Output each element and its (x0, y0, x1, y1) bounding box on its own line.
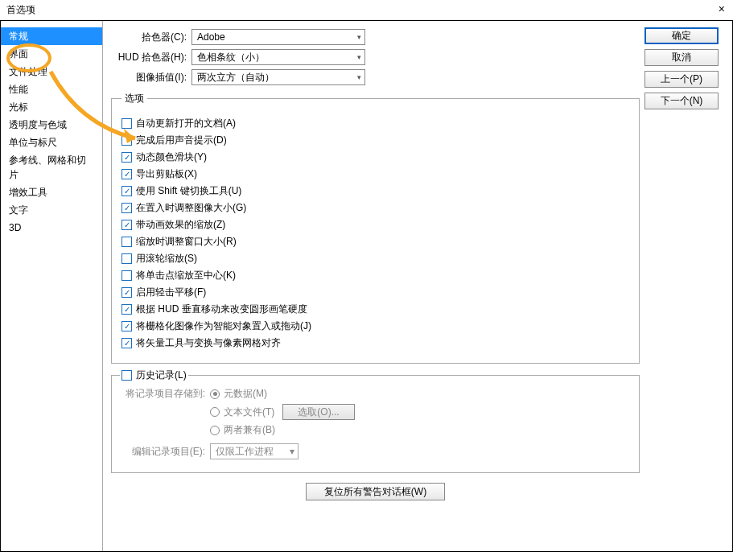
history-group: 历史记录(L) 将记录项目存储到: 元数据(M) 文本文件(T) 选取(O)..… (111, 375, 640, 473)
option-label: 根据 HUD 垂直移动来改变圆形画笔硬度 (136, 303, 307, 316)
option-checkbox[interactable] (121, 338, 132, 348)
options-legend: 选项 (121, 92, 147, 105)
option-checkbox[interactable] (121, 152, 132, 163)
option-label: 启用轻击平移(F) (136, 286, 206, 299)
dialog-buttons: 确定 取消 上一个(P) 下一个(N) (644, 21, 733, 551)
option-label: 自动更新打开的文档(A) (136, 117, 236, 130)
sidebar-item-plugins[interactable]: 增效工具 (1, 183, 102, 201)
color-picker-select[interactable]: Adobe ▾ (191, 29, 365, 45)
option-label: 在置入时调整图像大小(G) (136, 201, 246, 215)
option-label: 导出剪贴板(X) (136, 167, 197, 181)
interpolation-value: 两次立方（自动） (197, 71, 274, 84)
history-edit-label: 编辑记录项目(E): (121, 445, 205, 459)
option-row: 导出剪贴板(X) (121, 167, 629, 181)
history-checkbox[interactable] (121, 370, 132, 381)
option-label: 完成后用声音提示(D) (136, 134, 227, 147)
option-label: 用滚轮缩放(S) (136, 252, 197, 266)
chevron-down-icon: ▾ (357, 53, 361, 61)
sidebar-item-transparency[interactable]: 透明度与色域 (1, 116, 102, 134)
option-checkbox[interactable] (121, 118, 132, 129)
sidebar-item-units[interactable]: 单位与标尺 (1, 134, 102, 151)
chevron-down-icon: ▾ (357, 73, 361, 81)
next-button[interactable]: 下一个(N) (644, 93, 719, 109)
color-picker-label: 拾色器(C): (111, 31, 187, 44)
option-checkbox[interactable] (121, 287, 132, 298)
chevron-down-icon: ▾ (290, 446, 294, 457)
history-edit-select[interactable]: 仅限工作进程 ▾ (210, 443, 299, 459)
cancel-button[interactable]: 取消 (644, 49, 719, 66)
hud-picker-label: HUD 拾色器(H): (111, 51, 187, 64)
preferences-content: 拾色器(C): Adobe ▾ HUD 拾色器(H): 色相条纹（小） ▾ 图像… (103, 21, 644, 551)
history-radio-both-label: 两者兼有(B) (224, 423, 275, 437)
option-checkbox[interactable] (121, 237, 132, 247)
option-row: 缩放时调整窗口大小(R) (121, 235, 629, 249)
history-title: 历史记录(L) (136, 369, 187, 382)
interpolation-select[interactable]: 两次立方（自动） ▾ (191, 69, 365, 85)
option-checkbox[interactable] (121, 186, 132, 196)
option-label: 动态颜色滑块(Y) (136, 150, 207, 164)
option-row: 自动更新打开的文档(A) (121, 117, 629, 130)
history-radio-metadata[interactable] (210, 389, 220, 399)
option-label: 将矢量工具与变换与像素网格对齐 (136, 336, 281, 350)
options-group: 选项 自动更新打开的文档(A)完成后用声音提示(D)动态颜色滑块(Y)导出剪贴板… (111, 92, 640, 364)
option-row: 用滚轮缩放(S) (121, 252, 629, 266)
sidebar-item-file-handling[interactable]: 文件处理 (1, 63, 102, 80)
hud-picker-value: 色相条纹（小） (197, 51, 265, 64)
sidebar-item-3d[interactable]: 3D (1, 219, 102, 237)
option-label: 缩放时调整窗口大小(R) (136, 235, 237, 249)
option-row: 动态颜色滑块(Y) (121, 150, 629, 164)
sidebar-item-interface[interactable]: 界面 (1, 45, 102, 63)
sidebar-item-performance[interactable]: 性能 (1, 80, 102, 98)
option-checkbox[interactable] (121, 270, 132, 281)
close-icon[interactable]: × (719, 2, 725, 15)
option-row: 带动画效果的缩放(Z) (121, 218, 629, 232)
option-checkbox[interactable] (121, 304, 132, 315)
sidebar-item-type[interactable]: 文字 (1, 201, 102, 219)
option-checkbox[interactable] (121, 253, 132, 264)
option-row: 将单击点缩放至中心(K) (121, 269, 629, 282)
hud-picker-select[interactable]: 色相条纹（小） ▾ (191, 49, 365, 65)
option-row: 在置入时调整图像大小(G) (121, 201, 629, 215)
option-row: 将矢量工具与变换与像素网格对齐 (121, 336, 629, 350)
chevron-down-icon: ▾ (357, 33, 361, 41)
option-label: 使用 Shift 键切换工具(U) (136, 184, 241, 198)
reset-warnings-button[interactable]: 复位所有警告对话框(W) (306, 483, 445, 500)
option-label: 带动画效果的缩放(Z) (136, 218, 225, 232)
sidebar-item-cursors[interactable]: 光标 (1, 98, 102, 116)
option-row: 根据 HUD 垂直移动来改变圆形画笔硬度 (121, 303, 629, 316)
prev-button[interactable]: 上一个(P) (644, 71, 719, 88)
option-label: 将单击点缩放至中心(K) (136, 269, 236, 282)
color-picker-value: Adobe (197, 31, 225, 43)
option-checkbox[interactable] (121, 220, 132, 230)
option-label: 将栅格化图像作为智能对象置入或拖动(J) (136, 319, 311, 333)
option-row: 使用 Shift 键切换工具(U) (121, 184, 629, 198)
history-save-to-label: 将记录项目存储到: (121, 387, 205, 401)
preferences-sidebar: 常规 界面 文件处理 性能 光标 透明度与色域 单位与标尺 参考线、网格和切片 … (0, 21, 103, 551)
option-checkbox[interactable] (121, 135, 132, 146)
sidebar-item-general[interactable]: 常规 (1, 27, 102, 45)
history-radio-textfile[interactable] (210, 407, 220, 417)
option-row: 启用轻击平移(F) (121, 286, 629, 299)
interpolation-label: 图像插值(I): (111, 71, 187, 84)
option-checkbox[interactable] (121, 321, 132, 331)
option-row: 将栅格化图像作为智能对象置入或拖动(J) (121, 319, 629, 333)
history-edit-value: 仅限工作进程 (216, 445, 274, 459)
window-title: 首选项 (6, 3, 35, 17)
history-radio-metadata-label: 元数据(M) (224, 387, 267, 401)
history-radio-both[interactable] (210, 426, 220, 435)
option-checkbox[interactable] (121, 169, 132, 179)
history-radio-textfile-label: 文本文件(T) (224, 406, 274, 419)
ok-button[interactable]: 确定 (644, 27, 719, 44)
sidebar-item-guides[interactable]: 参考线、网格和切片 (1, 151, 102, 183)
history-choose-button[interactable]: 选取(O)... (282, 404, 354, 420)
option-checkbox[interactable] (121, 203, 132, 213)
option-row: 完成后用声音提示(D) (121, 134, 629, 147)
